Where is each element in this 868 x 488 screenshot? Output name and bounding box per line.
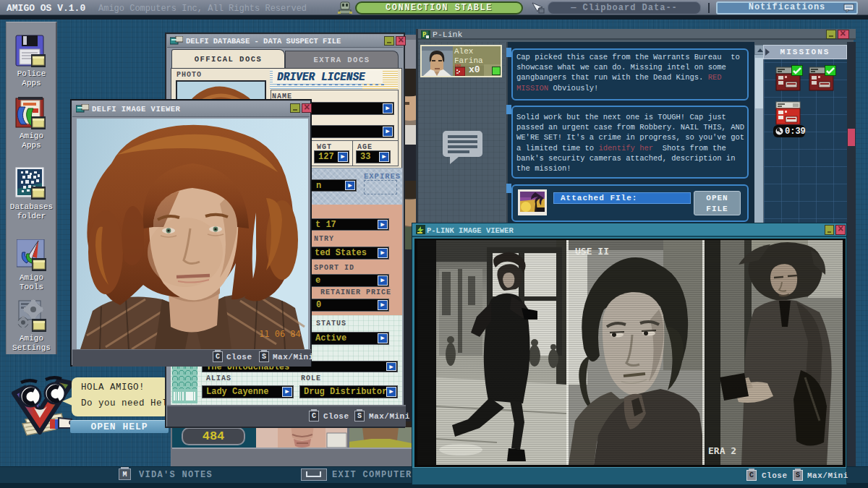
- svg-text:USD: USD: [455, 64, 461, 67]
- svg-text:11 06 84: 11 06 84: [259, 329, 301, 339]
